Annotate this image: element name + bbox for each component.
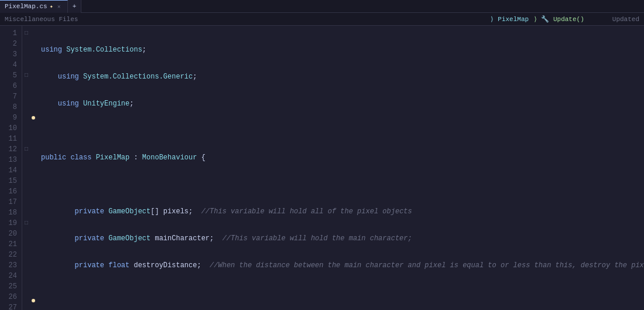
code-line-10	[41, 287, 639, 298]
breadcrumb-method: ⟩ 🔧 Update()	[533, 15, 584, 23]
fold-1[interactable]: □	[22, 28, 30, 39]
margin-7	[30, 91, 36, 102]
margin-23	[30, 264, 36, 274]
margin-1	[30, 28, 36, 39]
fold-17	[22, 197, 30, 207]
fold-26	[22, 292, 30, 302]
margin-8	[30, 102, 36, 113]
fold-2	[22, 39, 30, 49]
fold-5[interactable]: □	[22, 70, 30, 81]
line-num-26: 26	[0, 292, 22, 302]
line-num-21: 21	[0, 239, 22, 250]
fold-21	[22, 239, 30, 250]
margin-14	[30, 169, 36, 179]
line-num-8: 8	[0, 102, 22, 113]
line-num-19: 19	[0, 218, 22, 229]
fold-25	[22, 281, 30, 292]
line-num-7: 7	[0, 91, 22, 102]
code-line-1: using System.Collections;	[41, 45, 639, 55]
updated-label: Updated	[612, 16, 639, 23]
line-num-27: 27	[0, 302, 22, 310]
code-line-3: using UnityEngine;	[41, 98, 639, 109]
tab-close-button[interactable]: ✕	[56, 3, 63, 10]
fold-12[interactable]: □	[22, 144, 30, 155]
code-line-4	[41, 125, 639, 136]
margin-15	[30, 179, 36, 190]
margin-18	[30, 211, 36, 222]
fold-24	[22, 271, 30, 281]
line-num-15: 15	[0, 176, 22, 186]
line-num-18: 18	[0, 207, 22, 218]
line-num-1: 1	[0, 28, 22, 39]
margin-16	[30, 190, 36, 200]
fold-8	[22, 102, 30, 113]
fold-3	[22, 49, 30, 60]
line-num-20: 20	[0, 229, 22, 239]
line-num-4: 4	[0, 60, 22, 70]
margin-3	[30, 49, 36, 60]
tab-new[interactable]: +	[68, 0, 82, 13]
fold-9	[22, 113, 30, 123]
margin-13	[30, 158, 36, 169]
line-num-13: 13	[0, 155, 22, 165]
fold-4	[22, 60, 30, 70]
margin-9	[30, 116, 36, 127]
fold-13	[22, 155, 30, 165]
fold-14	[22, 165, 30, 176]
tab-label: PixelMap.cs	[5, 3, 47, 10]
tab-bar: PixelMap.cs ✦ ✕ +	[0, 0, 644, 13]
margin-24	[30, 274, 36, 285]
editor-container: PixelMap.cs ✦ ✕ + Miscellaneous Files ⟩ …	[0, 0, 644, 310]
line-num-2: 2	[0, 39, 22, 49]
margin-4	[30, 60, 36, 70]
code-line-9: private float destroyDistance; //When th…	[41, 260, 639, 271]
margin-12	[30, 148, 36, 158]
margin-21	[30, 243, 36, 253]
margin-10	[30, 127, 36, 137]
margin-20	[30, 232, 36, 243]
fold-16	[22, 186, 30, 197]
line-num-9: 9	[0, 113, 22, 123]
code-line-6	[41, 179, 639, 190]
fold-23	[22, 260, 30, 271]
line-num-23: 23	[0, 260, 22, 271]
line-num-6: 6	[0, 81, 22, 91]
line-num-16: 16	[0, 186, 22, 197]
margin-22	[30, 253, 36, 264]
tab-new-label: +	[73, 3, 77, 10]
line-num-17: 17	[0, 197, 22, 207]
margin-25	[30, 285, 36, 295]
code-line-5: public class PixelMap : MonoBehaviour {	[41, 152, 639, 163]
code-line-2: using System.Collections.Generic;	[41, 71, 639, 82]
code-area: 1 2 3 4 5 6 7 8 9 10 11 12 13 14 15 16 1…	[0, 26, 644, 310]
margin-5	[30, 70, 36, 81]
line-numbers: 1 2 3 4 5 6 7 8 9 10 11 12 13 14 15 16 1…	[0, 26, 22, 310]
line-num-24: 24	[0, 271, 22, 281]
margin-26	[30, 299, 36, 309]
breadcrumb-class: ⟩ PixelMap	[490, 15, 529, 23]
fold-15	[22, 176, 30, 186]
fold-column: □ □ □ □	[22, 26, 30, 310]
fold-27	[22, 302, 30, 310]
margin-6	[30, 81, 36, 91]
fold-18	[22, 207, 30, 218]
breadcrumb-bar: Miscellaneous Files ⟩ PixelMap ⟩ 🔧 Updat…	[0, 13, 644, 26]
line-num-3: 3	[0, 49, 22, 60]
margin-19	[30, 222, 36, 232]
tab-pixelmap[interactable]: PixelMap.cs ✦ ✕	[0, 0, 68, 13]
fold-22	[22, 250, 30, 260]
margin-2	[30, 39, 36, 49]
breadcrumb-left: Miscellaneous Files	[5, 16, 78, 23]
fold-19[interactable]: □	[22, 218, 30, 229]
margin-17	[30, 200, 36, 211]
line-num-22: 22	[0, 250, 22, 260]
fold-20	[22, 229, 30, 239]
code-line-8: private GameObject mainCharacter; //This…	[41, 233, 639, 244]
code-line-7: private GameObject[] pixels; //This vari…	[41, 206, 639, 217]
margin-column	[30, 26, 36, 310]
line-num-14: 14	[0, 165, 22, 176]
code-editor[interactable]: using System.Collections; using System.C…	[36, 26, 644, 310]
margin-11	[30, 137, 36, 148]
tab-modified-indicator: ✦	[50, 3, 53, 10]
line-num-25: 25	[0, 281, 22, 292]
